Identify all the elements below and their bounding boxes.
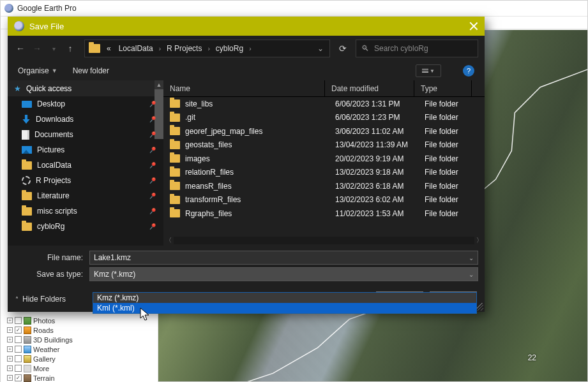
saveastype-option[interactable]: Kml (*.kml) [93,303,476,313]
scroll-right-icon[interactable]: 〉 [474,236,485,245]
column-header-date[interactable]: Date modified [325,80,414,96]
layer-row[interactable]: +✓Roads [7,325,73,335]
file-row[interactable]: images20/02/2023 9:19 AMFile folder [163,152,474,166]
sidebar-item[interactable]: Pictures📍 [8,142,163,158]
expander-icon[interactable]: + [7,337,13,342]
sidebar-item-label: cybloRg [37,222,64,231]
nav-back-button[interactable]: ← [14,42,27,55]
sidebar-item[interactable]: Documents📍 [8,127,163,142]
list-view-icon [422,69,428,73]
scroll-left-icon[interactable]: 〈 [163,236,174,245]
layer-checkbox[interactable] [15,365,22,372]
layer-icon [24,346,31,353]
file-list[interactable]: site_libs6/06/2023 1:31 PMFile folder.gi… [163,97,474,235]
file-vertical-scrollbar[interactable] [474,97,485,235]
column-header-type[interactable]: Type [414,80,472,96]
file-row[interactable]: geostats_files13/04/2023 11:39 AMFile fo… [163,138,474,152]
expander-icon[interactable]: + [7,327,13,333]
chevron-right-icon[interactable]: › [157,45,163,52]
sidebar-item-label: Literature [37,191,70,200]
folder-icon [170,182,180,190]
sidebar-item[interactable]: misc scripts📍 [8,203,163,219]
file-row[interactable]: relationR_files13/02/2023 9:18 AMFile fo… [163,166,474,180]
folder-icon [170,196,180,204]
file-row[interactable]: site_libs6/06/2023 1:31 PMFile folder [163,97,474,111]
file-row[interactable]: .git6/06/2023 1:23 PMFile folder [163,111,474,125]
chevron-down-icon[interactable]: ⌄ [469,254,474,261]
sidebar: ▲ ★ Quick access Desktop📍Downloads📍Docum… [8,80,163,246]
file-row[interactable]: transformR_files13/02/2023 6:02 AMFile f… [163,193,474,207]
pin-icon: 📍 [146,144,158,156]
new-folder-button[interactable]: New folder [73,66,109,75]
nav-up-button[interactable]: ↑ [64,42,77,55]
expander-icon[interactable]: + [7,356,13,362]
layer-checkbox[interactable] [15,317,22,324]
layer-row[interactable]: +Weather [7,344,73,354]
sidebar-item[interactable]: Downloads📍 [8,112,163,127]
layer-row[interactable]: +✓Terrain [7,373,73,382]
layer-icon [24,374,31,382]
sidebar-item[interactable]: Literature📍 [8,188,163,203]
layer-icon [24,365,31,372]
layer-icon [24,336,31,344]
expander-icon[interactable]: + [7,365,13,371]
sidebar-item[interactable]: LocalData📍 [8,158,163,173]
breadcrumb-dropdown-icon[interactable]: ⌄ [313,44,328,53]
layer-row[interactable]: +Gallery [7,354,73,364]
file-name: relationR_files [185,168,335,177]
file-row[interactable]: meansR_files13/02/2023 6:18 AMFile folde… [163,179,474,193]
expander-icon[interactable]: + [7,375,13,381]
help-button[interactable]: ? [463,65,474,77]
breadcrumb-prefix[interactable]: « [103,44,115,53]
layer-checkbox[interactable] [15,355,22,362]
file-type: File folder [425,195,474,204]
app-titlebar[interactable]: Google Earth Pro [1,1,587,17]
sidebar-item[interactable]: Desktop📍 [8,96,163,112]
organise-button[interactable]: Organise ▼ [18,66,57,75]
layer-checkbox[interactable]: ✓ [15,374,22,381]
close-icon[interactable] [469,22,478,31]
sidebar-item[interactable]: cybloRg📍 [8,219,163,234]
breadcrumb-segment[interactable]: LocalData [115,44,157,53]
folder-y-icon [22,161,32,170]
file-row[interactable]: Rgraphs_files11/02/2023 1:53 AMFile fold… [163,207,474,221]
chevron-right-icon[interactable]: › [247,45,253,52]
column-header-name[interactable]: Name [163,80,325,96]
expander-icon[interactable]: + [7,346,13,352]
sidebar-item[interactable]: R Projects📍 [8,173,163,188]
refresh-button[interactable]: ⟳ [334,40,352,57]
layer-checkbox[interactable]: ✓ [15,327,22,334]
layer-row[interactable]: +3D Buildings [7,335,73,344]
expander-icon[interactable]: + [7,318,13,323]
nav-forward-button[interactable]: → [31,42,43,55]
filename-input[interactable]: Lake1.kmz ⌄ [89,251,478,265]
layer-checkbox[interactable] [15,336,22,343]
dialog-titlebar[interactable]: Save File [8,17,485,36]
saveastype-select[interactable]: Kmz (*.kmz) ⌄ [89,267,478,281]
search-input[interactable]: 🔍︎ Search cybloRg [356,40,478,57]
chevron-down-icon[interactable]: ⌄ [469,271,474,278]
file-row[interactable]: georef_jpeg_map_files3/06/2023 11:02 AMF… [163,124,474,138]
chevron-right-icon[interactable]: › [206,45,211,52]
layer-row[interactable]: +More [7,364,73,373]
sidebar-quick-access[interactable]: ★ Quick access [8,80,163,96]
layer-checkbox[interactable] [15,346,22,353]
breadcrumb-segment[interactable]: cybloRg [212,44,247,53]
file-type: File folder [425,168,474,177]
saveastype-dropdown[interactable]: Kmz (*.kmz)Kml (*.kml) [93,292,477,314]
layer-label: 3D Buildings [33,336,73,344]
layer-row[interactable]: +Photos [7,316,73,325]
file-scroll-up[interactable] [472,80,485,96]
folder-icon [170,168,180,177]
file-horizontal-scrollbar[interactable]: 〈 〉 [163,235,485,246]
saveastype-option[interactable]: Kmz (*.kmz) [93,293,476,303]
breadcrumb[interactable]: « LocalData›R Projects›cybloRg› ⌄ [84,40,330,57]
pin-icon: 📍 [146,205,158,217]
file-name: Rgraphs_files [185,209,335,218]
folder-icon [170,99,180,108]
nav-recent-button[interactable]: ▾ [47,42,60,55]
sidebar-scroll-up[interactable]: ▲ [155,80,163,89]
breadcrumb-segment[interactable]: R Projects [163,44,206,53]
hide-folders-toggle[interactable]: ˄ Hide Folders [15,295,66,304]
view-mode-button[interactable]: ▼ [416,64,441,77]
